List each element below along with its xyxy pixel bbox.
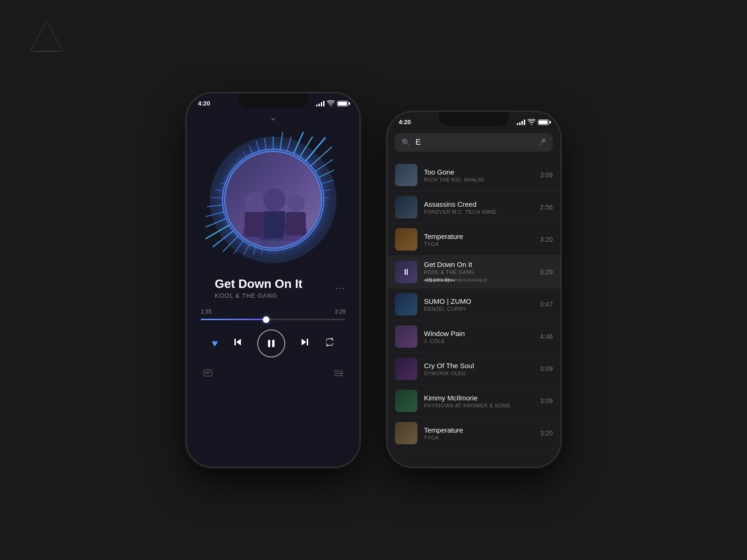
track-info: Temperature TYGA — [424, 426, 534, 441]
track-name: Too Gone — [424, 168, 534, 176]
track-item[interactable]: Assassins Creed FOREVER M.C. TECH N9NE 2… — [388, 191, 560, 224]
track-duration: 3:47 — [540, 301, 553, 308]
search-bar[interactable]: 🔍 E 🎤 — [395, 133, 553, 152]
svg-rect-61 — [234, 339, 236, 345]
track-info: Window Pain J. COLE — [424, 329, 534, 344]
track-artist: TYGA — [424, 241, 534, 247]
playlist-screen: 4:20 🔍 — [388, 112, 560, 467]
notch-right — [439, 112, 509, 126]
track-item[interactable]: Kimmy McIlmorie PHYSICIAN AT KROWER & SO… — [388, 385, 560, 417]
progress-container: 1:35 3:29 — [187, 308, 359, 320]
track-info: Too Gone RICH THE KID, KHALID — [424, 168, 534, 182]
track-info: Temperature TYGA — [424, 232, 534, 247]
svg-marker-0 — [30, 21, 63, 51]
mic-icon[interactable]: 🎤 — [537, 138, 546, 147]
track-artist: PHYSICIAN AT KROWER & SONS — [424, 403, 534, 408]
track-duration: 3:29 — [540, 268, 553, 276]
svg-rect-62 — [268, 340, 270, 347]
time-labels: 1:35 3:29 — [201, 308, 345, 315]
pull-down-handle[interactable]: ⌄ — [269, 112, 277, 123]
track-info: SUMO | ZUMO DENZEL CURRY — [424, 297, 534, 312]
current-time: 1:35 — [201, 308, 211, 315]
track-duration: 3:20 — [540, 236, 553, 243]
wifi-icon-left — [327, 100, 335, 106]
track-item[interactable]: Temperature TYGA 3:20 — [388, 224, 560, 256]
album-art-container — [205, 132, 341, 267]
track-name: Kimmy McIlmorie — [424, 394, 534, 402]
track-name: Get Down On It — [424, 260, 534, 268]
svg-point-54 — [263, 189, 286, 211]
svg-rect-66 — [204, 370, 212, 376]
track-name: Temperature — [424, 232, 534, 240]
left-phone: 4:20 ⌄ — [187, 93, 359, 467]
next-button[interactable] — [299, 336, 310, 350]
more-options-button[interactable]: ··· — [336, 283, 345, 293]
track-item[interactable]: Too Gone RICH THE KID, KHALID 3:09 — [388, 159, 560, 191]
playback-controls: ♥ — [187, 329, 359, 357]
track-info: Assassins Creed FOREVER M.C. TECH N9NE — [424, 200, 534, 215]
status-icons-left — [316, 100, 348, 106]
wifi-icon-right — [528, 119, 536, 125]
track-name: Cry Of The Soul — [424, 362, 534, 370]
album-art — [224, 151, 322, 249]
track-artist: DENZEL CURRY — [424, 306, 534, 312]
bottom-controls — [187, 369, 359, 381]
signal-icon-left — [316, 101, 324, 106]
svg-rect-55 — [264, 211, 286, 238]
repeat-button[interactable] — [324, 337, 335, 350]
track-duration: 3:20 — [540, 429, 553, 437]
svg-rect-58 — [286, 212, 306, 236]
status-time-left: 4:20 — [198, 100, 210, 107]
track-item[interactable]: Window Pain J. COLE 4:46 — [388, 321, 560, 353]
track-duration: 4:46 — [540, 333, 553, 340]
heart-button[interactable]: ♥ — [211, 337, 218, 350]
track-duration: 3:09 — [540, 365, 553, 372]
track-artist: J. COLE — [424, 338, 534, 344]
song-header: Get Down On It KOOL & THE GANG ··· — [187, 277, 359, 299]
song-artist: KOOL & THE GANG — [201, 292, 336, 299]
track-name: Assassins Creed — [424, 200, 534, 208]
svg-point-57 — [287, 194, 305, 212]
track-item[interactable]: SUMO | ZUMO DENZEL CURRY 3:47 — [388, 288, 560, 321]
status-icons-right — [517, 119, 549, 125]
pause-button[interactable] — [257, 329, 285, 357]
track-item[interactable]: Temperature TYGA 3:20 — [388, 417, 560, 449]
track-duration: 2:56 — [540, 203, 553, 211]
svg-line-37 — [211, 197, 223, 198]
svg-point-51 — [245, 192, 265, 212]
play-indicator: ⏸ — [402, 267, 410, 277]
phones-container: 4:20 ⌄ — [187, 93, 560, 467]
search-icon: 🔍 — [402, 138, 411, 147]
progress-track[interactable] — [201, 319, 345, 320]
battery-icon-right — [538, 119, 549, 125]
svg-rect-65 — [307, 339, 308, 345]
svg-marker-64 — [302, 339, 306, 345]
track-item[interactable]: Cry Of The Soul SYMONIK OLEG 3:09 — [388, 353, 560, 385]
track-info: Cry Of The Soul SYMONIK OLEG — [424, 362, 534, 376]
background-logo — [28, 19, 65, 58]
track-name: Temperature — [424, 426, 534, 434]
search-input[interactable]: E — [416, 138, 532, 147]
progress-fill — [201, 319, 266, 320]
svg-marker-60 — [236, 339, 241, 345]
right-phone: 4:20 🔍 — [388, 112, 560, 467]
track-artist: KOOL & THE GANG — [424, 269, 534, 275]
track-item[interactable]: ⏸ Get Down On It KOOL & THE GANG 3:29 — [388, 256, 560, 288]
waveform — [424, 277, 534, 283]
notch-left — [238, 93, 308, 107]
prev-button[interactable] — [232, 336, 243, 350]
track-duration: 3:09 — [540, 397, 553, 405]
track-duration: 3:09 — [540, 171, 553, 179]
song-info: Get Down On It KOOL & THE GANG — [201, 277, 336, 299]
track-name: Window Pain — [424, 329, 534, 337]
svg-rect-63 — [272, 340, 275, 347]
track-artist: FOREVER M.C. TECH N9NE — [424, 209, 534, 215]
track-artist: SYMONIK OLEG — [424, 371, 534, 376]
track-info: Kimmy McIlmorie PHYSICIAN AT KROWER & SO… — [424, 394, 534, 408]
song-title: Get Down On It — [201, 277, 336, 291]
track-info: Get Down On It KOOL & THE GANG — [424, 260, 534, 283]
track-list: Too Gone RICH THE KID, KHALID 3:09 Assas… — [388, 159, 560, 467]
track-artist: TYGA — [424, 435, 534, 441]
chat-button[interactable] — [203, 369, 213, 381]
queue-button[interactable] — [333, 369, 344, 381]
